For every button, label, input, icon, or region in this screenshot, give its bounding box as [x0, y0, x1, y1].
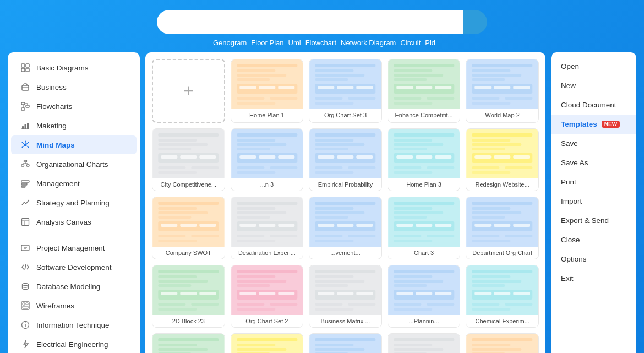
- sidebar-label-maketing: Maketing: [36, 122, 67, 130]
- sidebar-item-database[interactable]: Database Modeling: [11, 277, 137, 296]
- template-card[interactable]: Column Chart an...: [152, 333, 225, 353]
- template-card[interactable]: Home Plan 3: [388, 128, 461, 191]
- svg-rect-268: [396, 292, 413, 295]
- trending-row: GenogramFloor PlanUmlFlowchartNetwork Di…: [209, 39, 435, 47]
- svg-rect-174: [199, 224, 216, 227]
- svg-point-52: [25, 322, 26, 323]
- template-card[interactable]: Chart 3: [388, 197, 461, 259]
- trending-item-genogram[interactable]: Genogram: [213, 39, 247, 47]
- mind-icon: [20, 139, 31, 150]
- svg-rect-91: [394, 97, 421, 100]
- template-card[interactable]: ...vement...: [309, 197, 382, 259]
- template-card[interactable]: Org Chart Set 3: [309, 59, 382, 123]
- add-new-card[interactable]: +: [152, 59, 225, 123]
- search-input[interactable]: [157, 10, 463, 34]
- template-card[interactable]: 2D Block 23: [152, 265, 225, 328]
- trending-item-circuit[interactable]: Circuit: [400, 39, 421, 47]
- svg-rect-60: [237, 69, 275, 72]
- right-panel-item-open[interactable]: Open: [551, 57, 636, 76]
- sidebar-item-maketing[interactable]: Maketing: [11, 116, 137, 135]
- right-panel-item-export-&-send[interactable]: Export & Send: [551, 211, 636, 230]
- template-card[interactable]: ...Plannin...: [388, 265, 461, 328]
- right-panel-label: Cloud Document: [561, 101, 616, 109]
- sidebar-item-analysis[interactable]: Analysis Canvas: [11, 213, 137, 231]
- svg-rect-1: [26, 64, 29, 67]
- right-panel-label: Close: [561, 236, 580, 244]
- template-label: ...n 3: [231, 178, 303, 191]
- template-card[interactable]: Chemical Experim...: [466, 265, 539, 328]
- right-panel-item-new[interactable]: New: [551, 76, 636, 95]
- template-card[interactable]: English Part Of Sp...: [231, 333, 304, 353]
- search-button[interactable]: [463, 10, 487, 34]
- template-card[interactable]: Department Org Chart: [466, 197, 539, 259]
- template-card[interactable]: Life Plan: [388, 333, 461, 353]
- right-panel-item-import[interactable]: Import: [551, 192, 636, 211]
- right-panel-item-close[interactable]: Close: [551, 230, 636, 249]
- svg-rect-209: [416, 224, 432, 227]
- sidebar-item-project-mgmt[interactable]: Project Management: [11, 238, 137, 257]
- right-panel-item-save-as[interactable]: Save As: [551, 153, 636, 172]
- right-panel-item-templates[interactable]: TemplatesNEW: [551, 115, 636, 134]
- sidebar-item-electrical[interactable]: Electrical Engineering: [11, 335, 137, 353]
- trending-item-floor-plan[interactable]: Floor Plan: [251, 39, 283, 47]
- svg-rect-336: [472, 344, 511, 346]
- template-card[interactable]: Business Matrix ...: [309, 265, 382, 328]
- sidebar-item-wireframes[interactable]: Wireframes: [11, 296, 137, 315]
- svg-rect-323: [394, 338, 454, 341]
- svg-rect-12: [22, 126, 24, 129]
- template-card[interactable]: City Competitivene...: [152, 128, 225, 191]
- sidebar-item-org-charts[interactable]: Organizational Charts: [11, 155, 137, 173]
- analysis-icon: [20, 216, 31, 227]
- svg-rect-266: [394, 284, 427, 287]
- svg-rect-324: [394, 344, 432, 346]
- trending-item-uml[interactable]: Uml: [288, 39, 301, 47]
- right-panel-item-exit[interactable]: Exit: [551, 269, 636, 288]
- svg-rect-206: [394, 216, 427, 219]
- sidebar-item-management[interactable]: Management: [11, 174, 137, 193]
- template-card[interactable]: Company SWOT: [152, 197, 225, 259]
- sidebar-label-management: Management: [36, 180, 80, 188]
- template-thumbnail: [152, 334, 225, 353]
- right-panel-item-cloud-document[interactable]: Cloud Document: [551, 95, 636, 115]
- svg-rect-114: [199, 155, 216, 159]
- template-thumbnail: [231, 265, 303, 315]
- svg-rect-337: [472, 348, 522, 351]
- template-card[interactable]: Home Plan 1: [231, 59, 304, 123]
- svg-rect-126: [278, 155, 294, 159]
- right-panel-item-print[interactable]: Print: [551, 172, 636, 192]
- svg-rect-249: [237, 308, 275, 311]
- template-card[interactable]: Org Chart Set 2: [231, 265, 304, 328]
- template-card[interactable]: Flowchart Sample: [309, 333, 382, 353]
- template-thumbnail: [309, 197, 381, 247]
- sidebar-item-software-dev[interactable]: Software Development: [11, 258, 137, 276]
- svg-rect-260: [348, 303, 375, 306]
- svg-rect-265: [394, 280, 443, 283]
- sidebar-item-business[interactable]: Business: [11, 78, 137, 96]
- org-icon: [20, 159, 31, 170]
- template-card[interactable]: ...n 3: [231, 128, 304, 191]
- template-card[interactable]: Desalination Experi...: [231, 197, 304, 259]
- trending-item-network-diagram[interactable]: Network Diagram: [341, 39, 396, 47]
- right-panel-item-options[interactable]: Options: [551, 249, 636, 269]
- svg-rect-220: [475, 224, 492, 227]
- sidebar-item-flowcharts[interactable]: Flowcharts: [11, 97, 137, 116]
- info-icon: [20, 319, 31, 330]
- template-thumbnail: [466, 197, 538, 247]
- right-panel-label: Options: [561, 255, 587, 263]
- template-card[interactable]: Empirical Probability: [309, 128, 382, 191]
- trending-item-pid[interactable]: Pid: [425, 39, 435, 47]
- template-card[interactable]: Enhance Competitit...: [388, 59, 461, 123]
- sidebar-item-mind-maps[interactable]: Mind Maps: [11, 135, 137, 154]
- template-card[interactable]: [466, 333, 539, 353]
- template-card[interactable]: Redesign Website...: [466, 128, 539, 191]
- sidebar-item-info-tech[interactable]: Information Technique: [11, 316, 137, 334]
- svg-rect-113: [180, 155, 197, 159]
- trending-item-flowchart[interactable]: Flowchart: [305, 39, 336, 47]
- sidebar-item-strategy[interactable]: Strategy and Planning: [11, 193, 137, 212]
- right-panel-item-save[interactable]: Save: [551, 134, 636, 153]
- svg-point-37: [28, 200, 29, 201]
- svg-rect-203: [394, 202, 454, 205]
- sidebar-item-basic-diagrams[interactable]: Basic Diagrams: [11, 58, 137, 77]
- template-thumbnail: [466, 334, 538, 353]
- template-card[interactable]: World Map 2: [466, 59, 539, 123]
